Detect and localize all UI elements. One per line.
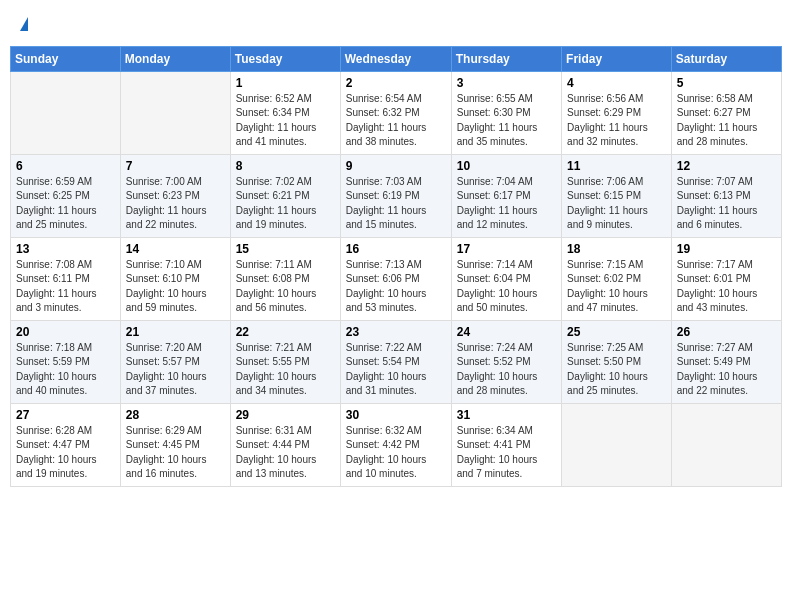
- day-info: Sunrise: 6:29 AM Sunset: 4:45 PM Dayligh…: [126, 424, 225, 482]
- calendar-week-row: 1Sunrise: 6:52 AM Sunset: 6:34 PM Daylig…: [11, 71, 782, 154]
- logo-icon: [20, 17, 28, 31]
- day-info: Sunrise: 6:58 AM Sunset: 6:27 PM Dayligh…: [677, 92, 776, 150]
- day-number: 14: [126, 242, 225, 256]
- calendar-week-row: 20Sunrise: 7:18 AM Sunset: 5:59 PM Dayli…: [11, 320, 782, 403]
- calendar-day-cell: 14Sunrise: 7:10 AM Sunset: 6:10 PM Dayli…: [120, 237, 230, 320]
- day-number: 2: [346, 76, 446, 90]
- calendar-header-friday: Friday: [562, 46, 672, 71]
- page-header: [10, 10, 782, 38]
- day-number: 13: [16, 242, 115, 256]
- day-number: 7: [126, 159, 225, 173]
- day-info: Sunrise: 7:24 AM Sunset: 5:52 PM Dayligh…: [457, 341, 556, 399]
- day-number: 16: [346, 242, 446, 256]
- day-number: 11: [567, 159, 666, 173]
- calendar-day-cell: 23Sunrise: 7:22 AM Sunset: 5:54 PM Dayli…: [340, 320, 451, 403]
- day-info: Sunrise: 7:15 AM Sunset: 6:02 PM Dayligh…: [567, 258, 666, 316]
- calendar-day-cell: 21Sunrise: 7:20 AM Sunset: 5:57 PM Dayli…: [120, 320, 230, 403]
- day-number: 9: [346, 159, 446, 173]
- logo: [18, 14, 28, 34]
- day-number: 23: [346, 325, 446, 339]
- day-info: Sunrise: 6:32 AM Sunset: 4:42 PM Dayligh…: [346, 424, 446, 482]
- calendar-day-cell: [562, 403, 672, 486]
- day-info: Sunrise: 6:55 AM Sunset: 6:30 PM Dayligh…: [457, 92, 556, 150]
- day-info: Sunrise: 7:06 AM Sunset: 6:15 PM Dayligh…: [567, 175, 666, 233]
- calendar-day-cell: 1Sunrise: 6:52 AM Sunset: 6:34 PM Daylig…: [230, 71, 340, 154]
- day-info: Sunrise: 6:31 AM Sunset: 4:44 PM Dayligh…: [236, 424, 335, 482]
- day-info: Sunrise: 7:18 AM Sunset: 5:59 PM Dayligh…: [16, 341, 115, 399]
- day-info: Sunrise: 7:21 AM Sunset: 5:55 PM Dayligh…: [236, 341, 335, 399]
- day-number: 1: [236, 76, 335, 90]
- calendar-day-cell: 30Sunrise: 6:32 AM Sunset: 4:42 PM Dayli…: [340, 403, 451, 486]
- calendar-header-wednesday: Wednesday: [340, 46, 451, 71]
- calendar-day-cell: 9Sunrise: 7:03 AM Sunset: 6:19 PM Daylig…: [340, 154, 451, 237]
- calendar-day-cell: 24Sunrise: 7:24 AM Sunset: 5:52 PM Dayli…: [451, 320, 561, 403]
- day-number: 22: [236, 325, 335, 339]
- day-info: Sunrise: 6:56 AM Sunset: 6:29 PM Dayligh…: [567, 92, 666, 150]
- calendar-day-cell: 15Sunrise: 7:11 AM Sunset: 6:08 PM Dayli…: [230, 237, 340, 320]
- calendar-day-cell: 7Sunrise: 7:00 AM Sunset: 6:23 PM Daylig…: [120, 154, 230, 237]
- day-info: Sunrise: 7:00 AM Sunset: 6:23 PM Dayligh…: [126, 175, 225, 233]
- day-number: 5: [677, 76, 776, 90]
- day-info: Sunrise: 7:14 AM Sunset: 6:04 PM Dayligh…: [457, 258, 556, 316]
- calendar-day-cell: 16Sunrise: 7:13 AM Sunset: 6:06 PM Dayli…: [340, 237, 451, 320]
- calendar-day-cell: 20Sunrise: 7:18 AM Sunset: 5:59 PM Dayli…: [11, 320, 121, 403]
- day-number: 28: [126, 408, 225, 422]
- day-info: Sunrise: 7:25 AM Sunset: 5:50 PM Dayligh…: [567, 341, 666, 399]
- calendar-day-cell: 3Sunrise: 6:55 AM Sunset: 6:30 PM Daylig…: [451, 71, 561, 154]
- day-info: Sunrise: 6:59 AM Sunset: 6:25 PM Dayligh…: [16, 175, 115, 233]
- calendar-header-saturday: Saturday: [671, 46, 781, 71]
- day-number: 17: [457, 242, 556, 256]
- day-info: Sunrise: 7:22 AM Sunset: 5:54 PM Dayligh…: [346, 341, 446, 399]
- day-info: Sunrise: 7:13 AM Sunset: 6:06 PM Dayligh…: [346, 258, 446, 316]
- day-number: 20: [16, 325, 115, 339]
- calendar-day-cell: 11Sunrise: 7:06 AM Sunset: 6:15 PM Dayli…: [562, 154, 672, 237]
- calendar-day-cell: 31Sunrise: 6:34 AM Sunset: 4:41 PM Dayli…: [451, 403, 561, 486]
- day-number: 27: [16, 408, 115, 422]
- calendar-day-cell: [120, 71, 230, 154]
- day-number: 26: [677, 325, 776, 339]
- calendar-day-cell: 25Sunrise: 7:25 AM Sunset: 5:50 PM Dayli…: [562, 320, 672, 403]
- calendar-day-cell: 4Sunrise: 6:56 AM Sunset: 6:29 PM Daylig…: [562, 71, 672, 154]
- day-info: Sunrise: 7:02 AM Sunset: 6:21 PM Dayligh…: [236, 175, 335, 233]
- calendar-day-cell: 13Sunrise: 7:08 AM Sunset: 6:11 PM Dayli…: [11, 237, 121, 320]
- day-info: Sunrise: 7:10 AM Sunset: 6:10 PM Dayligh…: [126, 258, 225, 316]
- day-number: 19: [677, 242, 776, 256]
- day-number: 30: [346, 408, 446, 422]
- day-number: 4: [567, 76, 666, 90]
- calendar-day-cell: 10Sunrise: 7:04 AM Sunset: 6:17 PM Dayli…: [451, 154, 561, 237]
- calendar-day-cell: 19Sunrise: 7:17 AM Sunset: 6:01 PM Dayli…: [671, 237, 781, 320]
- day-number: 29: [236, 408, 335, 422]
- day-number: 31: [457, 408, 556, 422]
- calendar-day-cell: 6Sunrise: 6:59 AM Sunset: 6:25 PM Daylig…: [11, 154, 121, 237]
- day-info: Sunrise: 7:04 AM Sunset: 6:17 PM Dayligh…: [457, 175, 556, 233]
- day-info: Sunrise: 6:28 AM Sunset: 4:47 PM Dayligh…: [16, 424, 115, 482]
- day-info: Sunrise: 7:20 AM Sunset: 5:57 PM Dayligh…: [126, 341, 225, 399]
- calendar-header-thursday: Thursday: [451, 46, 561, 71]
- day-number: 8: [236, 159, 335, 173]
- day-number: 6: [16, 159, 115, 173]
- day-number: 10: [457, 159, 556, 173]
- calendar-day-cell: 28Sunrise: 6:29 AM Sunset: 4:45 PM Dayli…: [120, 403, 230, 486]
- calendar-day-cell: 29Sunrise: 6:31 AM Sunset: 4:44 PM Dayli…: [230, 403, 340, 486]
- day-info: Sunrise: 7:03 AM Sunset: 6:19 PM Dayligh…: [346, 175, 446, 233]
- day-number: 21: [126, 325, 225, 339]
- calendar-day-cell: 18Sunrise: 7:15 AM Sunset: 6:02 PM Dayli…: [562, 237, 672, 320]
- calendar-day-cell: 5Sunrise: 6:58 AM Sunset: 6:27 PM Daylig…: [671, 71, 781, 154]
- calendar-day-cell: [671, 403, 781, 486]
- day-number: 25: [567, 325, 666, 339]
- calendar-week-row: 13Sunrise: 7:08 AM Sunset: 6:11 PM Dayli…: [11, 237, 782, 320]
- calendar-day-cell: 12Sunrise: 7:07 AM Sunset: 6:13 PM Dayli…: [671, 154, 781, 237]
- calendar-day-cell: 2Sunrise: 6:54 AM Sunset: 6:32 PM Daylig…: [340, 71, 451, 154]
- day-number: 24: [457, 325, 556, 339]
- day-number: 12: [677, 159, 776, 173]
- calendar-day-cell: 27Sunrise: 6:28 AM Sunset: 4:47 PM Dayli…: [11, 403, 121, 486]
- calendar-day-cell: 26Sunrise: 7:27 AM Sunset: 5:49 PM Dayli…: [671, 320, 781, 403]
- calendar-header-row: SundayMondayTuesdayWednesdayThursdayFrid…: [11, 46, 782, 71]
- day-info: Sunrise: 6:34 AM Sunset: 4:41 PM Dayligh…: [457, 424, 556, 482]
- day-info: Sunrise: 7:07 AM Sunset: 6:13 PM Dayligh…: [677, 175, 776, 233]
- calendar-day-cell: 22Sunrise: 7:21 AM Sunset: 5:55 PM Dayli…: [230, 320, 340, 403]
- calendar-header-sunday: Sunday: [11, 46, 121, 71]
- day-number: 3: [457, 76, 556, 90]
- calendar-header-monday: Monday: [120, 46, 230, 71]
- day-number: 15: [236, 242, 335, 256]
